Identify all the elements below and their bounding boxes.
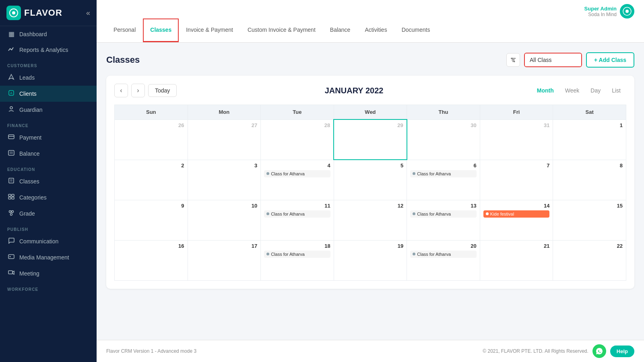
tab-invoice[interactable]: Invoice & Payment [179,19,240,42]
sidebar-item-label: Reports & Analytics [19,47,68,53]
sidebar-item-label: Grade [19,210,35,217]
calendar-day[interactable]: 31 [480,119,553,160]
sidebar-item-communication[interactable]: Communication [0,233,97,249]
day-number: 18 [264,243,330,249]
tab-classes[interactable]: Classes [143,19,179,42]
calendar-day[interactable]: 5 [334,160,407,200]
filter-button[interactable] [506,53,520,67]
class-select[interactable]: All Class Class A Class B [525,53,581,66]
sidebar-item-meeting[interactable]: Meeting [0,265,97,282]
view-list-button[interactable]: List [606,84,626,97]
event-pill[interactable]: Class for Atharva [410,210,477,218]
content-area: Classes All Class Class A Class B + Add … [97,43,644,340]
sidebar-item-label: Classes [19,178,39,185]
day-number: 10 [191,203,258,209]
sidebar-item-dashboard[interactable]: ▦ Dashboard [0,26,97,42]
calendar-day[interactable]: 29 [334,119,407,160]
calendar-day[interactable]: 2 [115,160,188,200]
event-dot [266,253,269,255]
calendar-day[interactable]: 22 [553,240,626,280]
day-number: 15 [556,203,623,209]
calendar-day[interactable]: 17 [188,240,261,280]
day-number: 16 [118,243,184,249]
sidebar-item-grade[interactable]: Grade [0,206,97,222]
sidebar-item-reports[interactable]: Reports & Analytics [0,42,97,58]
event-label: Class for Atharva [417,212,451,216]
sidebar-item-payment[interactable]: Payment [0,130,97,146]
view-day-button[interactable]: Day [585,84,606,97]
calendar-day[interactable]: 3 [188,160,261,200]
event-pill[interactable]: Class for Atharva [410,170,477,177]
calendar-day[interactable]: 8 [553,160,626,200]
calendar-day[interactable]: 14Kide festival [480,200,553,240]
calendar-day[interactable]: 11Class for Atharva [261,200,334,240]
prev-month-button[interactable]: ‹ [114,84,128,97]
tab-documents[interactable]: Documents [394,19,438,42]
calendar-day[interactable]: 1 [553,119,626,160]
footer-copyright: © 2021, FLAVOR PTE. LTD. All Rights Rese… [483,348,588,354]
calendar-day[interactable]: 6Class for Atharva [407,160,480,200]
svg-rect-20 [8,255,14,259]
calendar-day[interactable]: 26 [115,119,188,160]
sidebar-item-label: Dashboard [19,31,47,37]
help-button[interactable]: Help [610,346,634,357]
calendar-day[interactable]: 20Class for Atharva [407,240,480,280]
sidebar-item-classes[interactable]: Classes [0,173,97,189]
calendar-day[interactable]: 18Class for Atharva [261,240,334,280]
event-pill[interactable]: Class for Atharva [410,251,477,258]
today-button[interactable]: Today [148,84,177,97]
sidebar-item-guardian[interactable]: Guardian [0,102,97,118]
view-month-button[interactable]: Month [531,84,559,97]
calendar-day[interactable]: 10 [188,200,261,240]
day-number: 6 [410,162,477,169]
collapse-sidebar-icon[interactable]: « [86,9,90,17]
cal-nav-left: ‹ › Today [114,84,177,97]
day-number: 5 [337,162,404,169]
calendar-day[interactable]: 30 [407,119,480,160]
calendar-day[interactable]: 21 [480,240,553,280]
calendar-day[interactable]: 19 [334,240,407,280]
user-org: Soda In Mind [584,12,617,17]
day-number: 17 [191,243,258,249]
sidebar-item-media[interactable]: Media Management [0,249,97,265]
sidebar-item-leads[interactable]: Leads [0,70,97,86]
tab-personal[interactable]: Personal [106,19,143,42]
day-number: 8 [556,162,623,169]
view-week-button[interactable]: Week [559,84,585,97]
calendar-day[interactable]: 4Class for Atharva [261,160,334,200]
day-header-thu: Thu [407,105,480,120]
event-pill[interactable]: Class for Atharva [264,251,330,258]
section-customers: CUSTOMERS [0,58,97,70]
svg-point-29 [512,60,514,61]
calendar-day[interactable]: 13Class for Atharva [407,200,480,240]
calendar-day[interactable]: 27 [188,119,261,160]
logo-icon [6,6,21,20]
classes-icon [7,177,15,185]
footer-right: © 2021, FLAVOR PTE. LTD. All Rights Rese… [483,344,634,358]
tab-custom-invoice[interactable]: Custom Invoice & Payment [240,19,323,42]
calendar-day[interactable]: 15 [553,200,626,240]
sidebar-header: FLAVOR « [0,0,97,26]
tab-balance[interactable]: Balance [323,19,358,42]
calendar-day[interactable]: 7 [480,160,553,200]
calendar-day[interactable]: 28 [261,119,334,160]
event-pill[interactable]: Kide festival [483,210,550,218]
day-number: 26 [118,122,184,128]
event-label: Class for Atharva [271,252,305,257]
sidebar-item-categories[interactable]: Categories [0,189,97,206]
calendar-day[interactable]: 16 [115,240,188,280]
day-number: 11 [264,203,330,209]
add-class-button[interactable]: + Add Class [586,52,634,68]
calendar-day[interactable]: 9 [115,200,188,240]
calendar-nav: ‹ › Today JANUARY 2022 Month Week Day Li… [114,84,626,97]
sidebar-item-clients[interactable]: A Clients [0,86,97,102]
tab-activities[interactable]: Activities [357,19,394,42]
next-month-button[interactable]: › [131,84,145,97]
event-pill[interactable]: Class for Atharva [264,210,330,218]
whatsapp-button[interactable] [592,344,606,358]
sidebar-item-balance[interactable]: Balance [0,146,97,162]
calendar-day[interactable]: 12 [334,200,407,240]
user-text: Super Admin Soda In Mind [584,6,617,17]
event-pill[interactable]: Class for Atharva [264,170,330,177]
svg-point-1 [12,11,15,14]
